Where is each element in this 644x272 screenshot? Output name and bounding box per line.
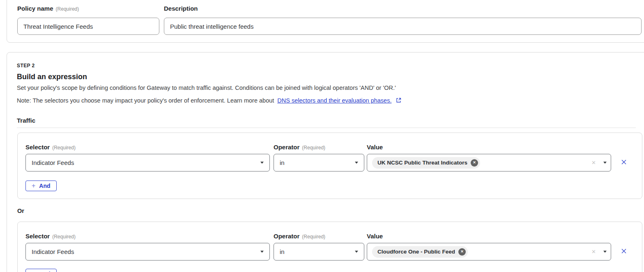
chevron-down-icon bbox=[260, 162, 264, 164]
operator-required: (Required) bbox=[302, 234, 325, 240]
gateway-policy-builder-page: Policy name(Required) Description STEP 2… bbox=[0, 0, 644, 272]
description-label: Description bbox=[164, 5, 198, 12]
step-label: STEP 2 bbox=[17, 63, 35, 69]
external-link-icon bbox=[396, 98, 401, 104]
and-button[interactable]: + And bbox=[25, 181, 57, 191]
tag-remove-icon[interactable]: ✕ bbox=[471, 159, 478, 167]
tag-remove-icon[interactable]: ✕ bbox=[458, 248, 466, 256]
and-button-label: And bbox=[39, 183, 50, 189]
chevron-down-icon bbox=[603, 251, 607, 253]
selectors-note: Note: The selectors you choose may impac… bbox=[17, 97, 401, 104]
policy-name-required: (Required) bbox=[56, 6, 79, 12]
value-tag: Cloudforce One - Public Feed ✕ bbox=[372, 246, 468, 258]
note-text: Note: The selectors you choose may impac… bbox=[17, 97, 274, 104]
section-subtitle: Set your policy's scope by defining cond… bbox=[17, 85, 396, 91]
selector-label: Selector bbox=[25, 144, 50, 151]
chevron-down-icon bbox=[260, 251, 264, 253]
value-tag: UK NCSC Public Threat Indicators ✕ bbox=[372, 157, 480, 169]
selector-value: Indicator Feeds bbox=[32, 248, 257, 255]
condition2-value-multiselect[interactable]: Cloudforce One - Public Feed ✕ ✕ bbox=[367, 243, 611, 261]
condition2-operator-label-row: Operator(Required) bbox=[274, 233, 325, 240]
condition2-operator-dropdown[interactable]: in bbox=[274, 243, 364, 261]
description-label-row: Description bbox=[164, 5, 198, 12]
chevron-down-icon bbox=[355, 162, 358, 164]
or-label: Or bbox=[17, 208, 24, 214]
selector-required: (Required) bbox=[52, 145, 76, 151]
selector-label: Selector bbox=[25, 233, 50, 240]
operator-value: in bbox=[280, 159, 352, 166]
condition1-operator-label-row: Operator(Required) bbox=[274, 144, 325, 151]
chevron-down-icon bbox=[355, 251, 358, 253]
traffic-divider bbox=[17, 128, 636, 128]
operator-value: in bbox=[280, 248, 352, 255]
traffic-label: Traffic bbox=[17, 117, 35, 124]
value-label: Value bbox=[367, 233, 383, 240]
policy-name-label-row: Policy name(Required) bbox=[17, 5, 79, 12]
value-tag-text: Cloudforce One - Public Feed bbox=[377, 249, 455, 255]
policy-name-input[interactable] bbox=[17, 18, 159, 35]
condition1-selector-label-row: Selector(Required) bbox=[25, 144, 76, 151]
dns-selectors-link[interactable]: DNS selectors and their evaluation phase… bbox=[277, 97, 391, 104]
operator-label: Operator bbox=[274, 144, 299, 151]
value-label: Value bbox=[367, 144, 383, 151]
plus-icon: + bbox=[32, 183, 35, 189]
condition2-value-label-row: Value bbox=[367, 233, 383, 240]
section-title: Build an expression bbox=[17, 73, 87, 81]
description-input[interactable] bbox=[164, 18, 642, 35]
condition2-selector-label-row: Selector(Required) bbox=[25, 233, 76, 240]
remove-condition1-icon[interactable] bbox=[621, 159, 627, 165]
condition1-value-multiselect[interactable]: UK NCSC Public Threat Indicators ✕ ✕ bbox=[367, 154, 611, 171]
selector-value: Indicator Feeds bbox=[32, 159, 257, 166]
clear-value-icon[interactable]: ✕ bbox=[591, 249, 596, 255]
operator-label: Operator bbox=[274, 233, 299, 240]
operator-required: (Required) bbox=[302, 145, 325, 151]
selector-required: (Required) bbox=[52, 234, 76, 240]
policy-name-label: Policy name bbox=[17, 5, 53, 12]
condition2-selector-dropdown[interactable]: Indicator Feeds bbox=[25, 243, 270, 261]
clear-value-icon[interactable]: ✕ bbox=[591, 160, 596, 166]
chevron-down-icon bbox=[603, 162, 607, 164]
condition1-value-label-row: Value bbox=[367, 144, 383, 151]
remove-condition2-icon[interactable] bbox=[621, 248, 627, 254]
condition1-operator-dropdown[interactable]: in bbox=[274, 154, 364, 171]
and-button[interactable]: + And bbox=[25, 269, 57, 272]
condition1-selector-dropdown[interactable]: Indicator Feeds bbox=[25, 154, 270, 171]
value-tag-text: UK NCSC Public Threat Indicators bbox=[377, 160, 467, 166]
